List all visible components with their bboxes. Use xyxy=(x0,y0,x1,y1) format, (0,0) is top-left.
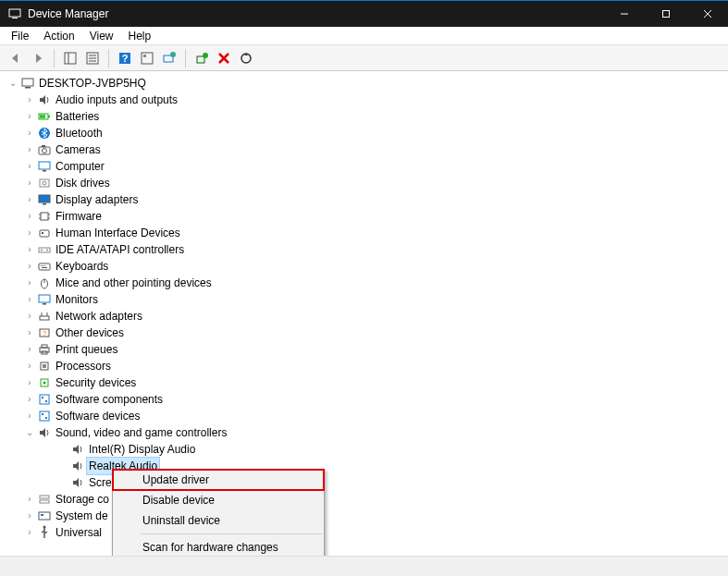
chevron-right-icon[interactable]: › xyxy=(24,241,35,258)
chevron-right-icon[interactable]: › xyxy=(24,341,35,358)
network-icon xyxy=(37,309,52,324)
chevron-right-icon[interactable]: › xyxy=(24,491,35,508)
help-button[interactable]: ? xyxy=(115,48,135,68)
speaker-icon xyxy=(70,475,85,490)
svg-rect-38 xyxy=(41,213,48,220)
chevron-right-icon[interactable]: › xyxy=(24,358,35,374)
svg-rect-31 xyxy=(42,145,45,147)
svg-text:?: ? xyxy=(43,329,47,337)
tree-device[interactable]: Realtek Audio xyxy=(2,458,728,474)
svg-rect-44 xyxy=(42,232,43,234)
chevron-right-icon[interactable]: › xyxy=(24,225,35,241)
tree-root-label: DESKTOP-JVBP5HQ xyxy=(39,75,146,92)
chevron-right-icon[interactable]: › xyxy=(24,325,35,341)
menu-action[interactable]: Action xyxy=(36,28,81,44)
show-tree-button[interactable] xyxy=(60,48,80,68)
uninstall-button[interactable] xyxy=(214,48,234,68)
chevron-right-icon[interactable]: › xyxy=(24,308,35,325)
chevron-right-icon[interactable]: › xyxy=(24,92,35,108)
context-disable-device[interactable]: Disable device xyxy=(113,490,324,510)
properties-button[interactable] xyxy=(82,48,103,68)
forward-button[interactable] xyxy=(28,48,48,68)
tree-category-label: Disk drives xyxy=(56,175,110,191)
chevron-right-icon[interactable]: › xyxy=(24,374,35,391)
update-driver-button[interactable] xyxy=(236,48,256,68)
tree-device[interactable]: Intel(R) Display Audio xyxy=(2,441,728,458)
context-update-driver[interactable]: Update driver xyxy=(113,470,324,490)
chevron-right-icon[interactable]: › xyxy=(24,258,35,275)
tree-category[interactable]: ›Software components xyxy=(2,391,728,408)
chevron-right-icon[interactable]: › xyxy=(24,391,35,408)
menu-help[interactable]: Help xyxy=(121,28,159,44)
tree-category-label: Monitors xyxy=(56,291,98,308)
chevron-right-icon[interactable]: › xyxy=(24,158,35,175)
app-icon xyxy=(7,6,22,21)
chevron-right-icon[interactable]: › xyxy=(24,408,35,424)
tree-category[interactable]: ›Display adapters xyxy=(2,191,728,208)
tree-category[interactable]: ›Security devices xyxy=(2,374,728,391)
tree-category[interactable]: ›Software devices xyxy=(2,408,728,424)
close-button[interactable] xyxy=(686,1,728,28)
software-icon xyxy=(37,409,52,423)
chevron-down-icon[interactable]: ⌄ xyxy=(7,75,19,92)
window-title: Device Manager xyxy=(28,7,603,20)
speaker-icon xyxy=(70,459,85,473)
tree-category[interactable]: ›IDE ATA/ATAPI controllers xyxy=(2,241,728,258)
back-button[interactable] xyxy=(6,48,26,68)
chevron-down-icon[interactable]: ⌄ xyxy=(24,424,35,441)
menu-view[interactable]: View xyxy=(82,28,121,44)
keyboard-icon xyxy=(37,259,52,274)
tree-category[interactable]: ›System de xyxy=(2,508,728,524)
add-legacy-button[interactable] xyxy=(191,48,212,68)
tree-category[interactable]: ›Disk drives xyxy=(2,175,728,191)
tree-root[interactable]: ⌄ DESKTOP-JVBP5HQ xyxy=(2,75,728,92)
chevron-right-icon[interactable]: › xyxy=(24,524,35,541)
mouse-icon xyxy=(37,276,52,290)
chevron-right-icon[interactable]: › xyxy=(24,291,35,308)
menu-file[interactable]: File xyxy=(4,28,36,44)
tree-category[interactable]: ⌄Sound, video and game controllers xyxy=(2,424,728,441)
minimize-button[interactable] xyxy=(603,1,645,28)
tree-category[interactable]: ›Storage co xyxy=(2,491,728,508)
chevron-right-icon[interactable]: › xyxy=(24,125,35,141)
tree-device[interactable]: Screa xyxy=(2,474,728,491)
tree-category[interactable]: ›Universal xyxy=(2,524,728,541)
maximize-button[interactable] xyxy=(645,1,686,28)
svg-point-46 xyxy=(41,250,43,251)
chevron-right-icon[interactable]: › xyxy=(24,108,35,125)
tree-category[interactable]: ›Bluetooth xyxy=(2,125,728,141)
tree-category-label: Batteries xyxy=(56,108,99,125)
chevron-right-icon[interactable]: › xyxy=(24,275,35,291)
tree-category[interactable]: ›Processors xyxy=(2,358,728,374)
tree-category[interactable]: ›Computer xyxy=(2,158,728,175)
tree-category[interactable]: ›Keyboards xyxy=(2,258,728,275)
hid-icon xyxy=(37,226,52,240)
chevron-right-icon[interactable]: › xyxy=(24,175,35,191)
tree-category[interactable]: ›?Other devices xyxy=(2,325,728,341)
chevron-right-icon[interactable]: › xyxy=(24,208,35,225)
ide-icon xyxy=(37,242,52,257)
tree-category[interactable]: ›Batteries xyxy=(2,108,728,125)
show-hidden-button[interactable] xyxy=(137,48,157,68)
tree-category-label: Cameras xyxy=(56,141,101,158)
chevron-right-icon[interactable]: › xyxy=(24,508,35,524)
chevron-right-icon[interactable]: › xyxy=(24,191,35,208)
bluetooth-icon xyxy=(37,126,52,141)
device-tree[interactable]: ⌄ DESKTOP-JVBP5HQ ›Audio inputs and outp… xyxy=(0,71,728,556)
chevron-right-icon[interactable]: › xyxy=(24,141,35,158)
tree-category[interactable]: ›Monitors xyxy=(2,291,728,308)
scan-hardware-button[interactable] xyxy=(159,48,179,68)
tree-category[interactable]: ›Network adapters xyxy=(2,308,728,325)
context-uninstall-device[interactable]: Uninstall device xyxy=(113,510,324,531)
tree-category[interactable]: ›Human Interface Devices xyxy=(2,225,728,241)
tree-category[interactable]: ›Mice and other pointing devices xyxy=(2,275,728,291)
tree-category[interactable]: ›Cameras xyxy=(2,141,728,158)
monitor-icon xyxy=(37,292,52,307)
context-scan-hardware[interactable]: Scan for hardware changes xyxy=(113,537,324,556)
tree-category[interactable]: ›Print queues xyxy=(2,341,728,358)
tree-category[interactable]: ›Firmware xyxy=(2,208,728,225)
chip-icon xyxy=(37,209,52,224)
svg-rect-34 xyxy=(40,179,49,187)
tree-category[interactable]: ›Audio inputs and outputs xyxy=(2,92,728,108)
tree-category-label: System de xyxy=(56,508,108,524)
